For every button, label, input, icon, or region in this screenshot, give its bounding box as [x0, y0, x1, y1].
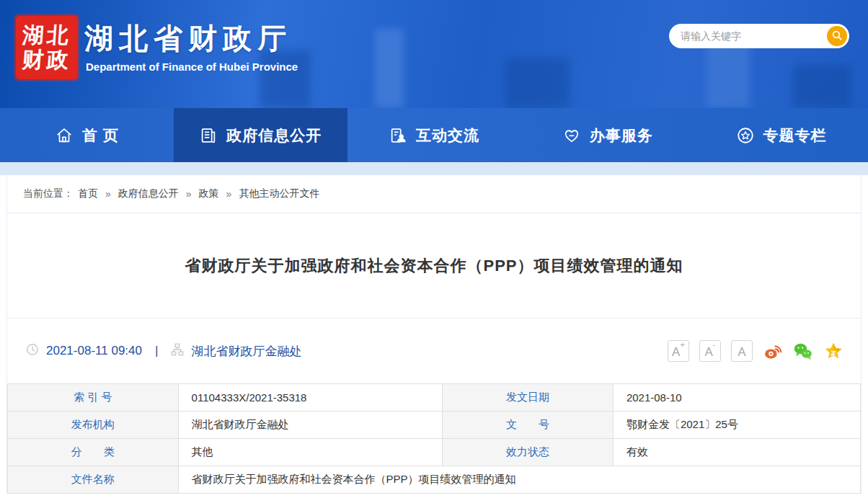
- publish-time: 2021-08-11 09:40: [46, 344, 142, 358]
- article-meta-left: 2021-08-11 09:40 | 湖北省财政厅金融处: [26, 343, 301, 360]
- wechat-icon[interactable]: [793, 341, 813, 361]
- breadcrumb-separator: »: [226, 188, 232, 200]
- skyline-decor: [260, 50, 310, 108]
- star-circle-icon: [736, 126, 755, 145]
- search-box: [669, 24, 849, 48]
- newspaper-icon: [199, 126, 218, 145]
- site-header: 湖北 财政 湖北省财政厅 Department of Finance of Hu…: [0, 0, 868, 108]
- seal-text-top: 湖北: [22, 23, 72, 48]
- article-meta-right: A+ A- A: [668, 340, 843, 362]
- table-row: 发布机构 湖北省财政厅金融处 文 号 鄂财金发〔2021〕25号: [8, 412, 861, 439]
- breadcrumb-current[interactable]: 其他主动公开文件: [239, 187, 319, 200]
- table-row: 分 类 其他 效力状态 有效: [8, 439, 861, 466]
- font-decrease-button[interactable]: A-: [699, 340, 721, 362]
- index-number-value: 01104333X/2021-35318: [178, 384, 443, 412]
- divider-strip: [0, 162, 868, 175]
- file-name-value: 省财政厅关于加强政府和社会资本合作（PPP）项目绩效管理的通知: [178, 466, 860, 494]
- qzone-icon[interactable]: [823, 341, 843, 361]
- file-name-label: 文件名称: [8, 466, 179, 494]
- skyline-decor: [707, 40, 750, 108]
- category-value: 其他: [178, 439, 443, 466]
- doc-number-label: 文 号: [443, 412, 614, 439]
- weibo-icon[interactable]: [763, 341, 783, 361]
- nav-label: 首 页: [82, 125, 119, 146]
- index-number-label: 索 引 号: [8, 384, 179, 412]
- document-info-table: 索 引 号 01104333X/2021-35318 发文日期 2021-08-…: [7, 383, 861, 494]
- skyline-decor: [505, 58, 570, 108]
- font-increase-button[interactable]: A+: [668, 340, 689, 362]
- issuing-agency-value: 湖北省财政厅金融处: [178, 412, 443, 439]
- chat-person-icon: [389, 126, 407, 145]
- validity-label: 效力状态: [443, 439, 614, 466]
- search-icon: [831, 30, 843, 43]
- heart-icon: [562, 126, 581, 145]
- breadcrumb-prefix: 当前位置：: [23, 187, 74, 200]
- issue-date-label: 发文日期: [443, 384, 614, 412]
- site-subtitle-en: Department of Finance of Hubei Province: [86, 61, 298, 73]
- issuing-agency-label: 发布机构: [8, 412, 179, 439]
- nav-item-special-topics[interactable]: 专题专栏: [694, 108, 868, 162]
- nav-label: 专题专栏: [763, 125, 827, 146]
- article-title: 省财政厅关于加强政府和社会资本合作（PPP）项目绩效管理的通知: [185, 255, 683, 277]
- nav-label: 互动交流: [416, 125, 479, 146]
- table-row: 文件名称 省财政厅关于加强政府和社会资本合作（PPP）项目绩效管理的通知: [8, 466, 861, 494]
- breadcrumb-home[interactable]: 首页: [78, 187, 98, 200]
- article-meta-bar: 2021-08-11 09:40 | 湖北省财政厅金融处 A+ A- A: [7, 319, 861, 383]
- article-title-section: 省财政厅关于加强政府和社会资本合作（PPP）项目绩效管理的通知: [7, 213, 861, 319]
- font-reset-button[interactable]: A: [731, 340, 753, 362]
- content-box: 当前位置： 首页 » 政府信息公开 » 政策 » 其他主动公开文件 省财政厅关于…: [6, 175, 862, 494]
- category-label: 分 类: [8, 439, 179, 466]
- issue-date-value: 2021-08-10: [613, 384, 860, 412]
- home-icon: [55, 126, 74, 145]
- nav-label: 政府信息公开: [226, 125, 322, 146]
- main-nav: 首 页 政府信息公开 互动交流 办事服务 专题专栏: [0, 108, 868, 162]
- search-button[interactable]: [827, 26, 847, 46]
- site-title: 湖北省财政厅: [84, 19, 292, 58]
- nav-item-gov-info[interactable]: 政府信息公开: [174, 108, 347, 162]
- nav-item-home[interactable]: 首 页: [0, 108, 174, 162]
- breadcrumb-policy[interactable]: 政策: [199, 187, 219, 200]
- article-source[interactable]: 湖北省财政厅金融处: [191, 343, 301, 360]
- search-input[interactable]: [669, 30, 827, 42]
- breadcrumb-separator: »: [186, 188, 192, 200]
- meta-divider: |: [155, 344, 158, 358]
- sitemap-icon: [171, 343, 184, 360]
- breadcrumb: 当前位置： 首页 » 政府信息公开 » 政策 » 其他主动公开文件: [7, 175, 861, 213]
- agency-seal-logo[interactable]: 湖北 财政: [16, 16, 78, 79]
- doc-number-value: 鄂财金发〔2021〕25号: [613, 412, 860, 439]
- breadcrumb-gov-info[interactable]: 政府信息公开: [118, 187, 179, 200]
- nav-item-services[interactable]: 办事服务: [521, 108, 694, 162]
- skyline-decor: [375, 29, 404, 108]
- seal-text-bottom: 财政: [22, 48, 72, 72]
- breadcrumb-separator: »: [105, 188, 111, 200]
- nav-label: 办事服务: [590, 125, 653, 146]
- clock-icon: [26, 343, 39, 360]
- skyline-decor: [793, 65, 851, 108]
- validity-value: 有效: [613, 439, 860, 466]
- table-row: 索 引 号 01104333X/2021-35318 发文日期 2021-08-…: [8, 384, 861, 412]
- nav-item-interaction[interactable]: 互动交流: [347, 108, 521, 162]
